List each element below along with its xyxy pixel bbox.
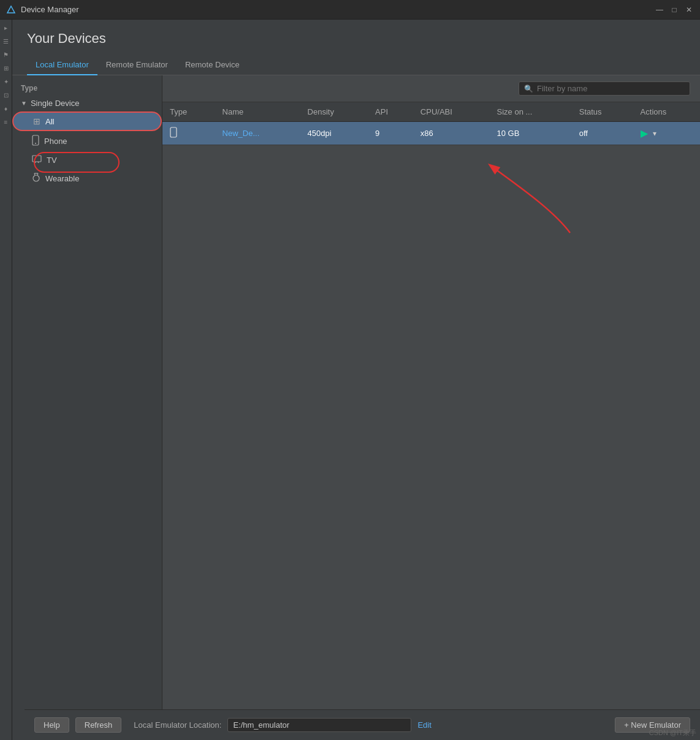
titlebar: Device Manager — □ ✕ [0,0,700,20]
col-status: Status [572,102,633,122]
ide-tool-1[interactable]: ▸ [1,22,12,33]
ide-tool-8[interactable]: ≡ [1,116,12,127]
close-button[interactable]: ✕ [684,5,694,15]
location-label: Local Emulator Location: [134,720,221,730]
tree-type-header: Type [12,81,162,95]
page-header: Your Devices [12,20,700,55]
right-panel: 🔍 Type Name Density API CPU/ABI Size on [162,75,700,740]
col-size: Size on ... [490,102,572,122]
tab-local-emulator[interactable]: Local Emulator [27,55,97,75]
filter-input[interactable] [537,84,685,93]
tree-item-phone[interactable]: Phone [12,131,162,151]
ide-sidebar: ▸ ☰ ⚑ ⊞ ✦ ⊡ ♦ ≡ [0,20,12,740]
window-controls: — □ ✕ [655,5,694,15]
phone-icon [32,135,39,148]
col-name: Name [215,102,300,122]
ide-tool-2[interactable]: ☰ [1,36,12,47]
ide-tool-3[interactable]: ⚑ [1,49,12,60]
bottom-bar: Help Refresh Local Emulator Location: Ed… [25,709,700,740]
svg-rect-10 [170,127,177,137]
table-container: Type Name Density API CPU/ABI Size on ..… [162,102,700,740]
watermark: CSDN @IT乘手 [649,728,696,738]
ide-tool-4[interactable]: ⊞ [1,62,12,74]
location-input[interactable] [227,718,411,732]
tab-remote-device[interactable]: Remote Device [177,55,248,75]
cell-api: 9 [368,122,413,145]
col-cpu: CPU/ABI [413,102,490,122]
device-table: Type Name Density API CPU/ABI Size on ..… [162,102,700,145]
search-icon: 🔍 [524,85,533,93]
tree-item-label-tv: TV [47,156,57,165]
tree-item-label-phone: Phone [44,137,67,146]
maximize-button[interactable]: □ [669,5,679,15]
cell-density: 450dpi [300,122,368,145]
tree-item-all[interactable]: ⊞ All [12,111,162,131]
filter-input-wrap: 🔍 [519,81,690,96]
tv-icon [32,155,42,165]
titlebar-title: Device Manager [21,5,655,14]
device-name-link[interactable]: New_De... [223,129,260,138]
svg-rect-3 [32,156,41,162]
col-api: API [368,102,413,122]
table-row: New_De... 450dpi 9 x86 10 GB off ▶ ▾ [162,122,700,145]
tree-item-tv[interactable]: TV [12,151,162,169]
main-area: Your Devices Local Emulator Remote Emula… [12,20,700,740]
tree-item-wearable[interactable]: Wearable [12,169,162,188]
section-single-device[interactable]: ▼ Single Device [12,95,162,111]
dropdown-button[interactable]: ▾ [653,129,656,138]
app-icon [6,5,16,15]
col-density: Density [300,102,368,122]
tab-remote-emulator[interactable]: Remote Emulator [97,55,177,75]
wearable-icon [32,173,40,184]
filter-bar: 🔍 [162,75,700,102]
section-arrow: ▼ [21,100,27,107]
cell-actions: ▶ ▾ [633,122,700,145]
edit-link[interactable]: Edit [417,720,431,730]
ide-tool-5[interactable]: ✦ [1,76,12,87]
all-icon: ⊞ [33,116,40,126]
help-button[interactable]: Help [34,717,69,733]
ide-tool-7[interactable]: ♦ [1,103,12,114]
svg-point-6 [33,175,39,181]
ide-tool-6[interactable]: ⊡ [1,89,12,100]
actions-cell: ▶ ▾ [641,127,693,139]
refresh-button[interactable]: Refresh [75,717,122,733]
tree-panel: Type ▼ Single Device ⊞ All Phone [12,75,162,740]
play-button[interactable]: ▶ [641,127,648,139]
col-actions: Actions [633,102,700,122]
cell-name[interactable]: New_De... [215,122,300,145]
minimize-button[interactable]: — [655,5,664,15]
cell-size: 10 GB [490,122,572,145]
svg-point-2 [35,143,36,144]
tree-item-label-all: All [45,117,54,126]
cell-type [162,122,215,145]
cell-cpu: x86 [413,122,490,145]
svg-marker-0 [7,6,15,13]
tabs-bar: Local Emulator Remote Emulator Remote De… [12,55,700,75]
section-label: Single Device [31,99,80,108]
cell-status: off [572,122,633,145]
page-title: Your Devices [27,31,685,47]
col-type: Type [162,102,215,122]
tree-item-label-wearable: Wearable [45,174,79,183]
content-split: Type ▼ Single Device ⊞ All Phone [12,75,700,740]
